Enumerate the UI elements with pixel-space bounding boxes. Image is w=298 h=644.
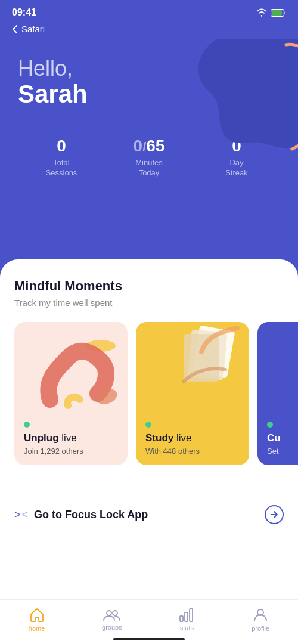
wifi-icon — [256, 8, 267, 17]
svg-point-3 — [94, 386, 119, 407]
cards-row: Unplug live Join 1,292 others Study live… — [14, 322, 284, 471]
stat-total-sessions: 0 Total Sessions — [18, 132, 105, 184]
nav-back[interactable]: Safari — [0, 21, 298, 39]
card-custom[interactable]: Cu Set — [257, 322, 298, 465]
battery-icon — [271, 9, 286, 17]
stat-minutes-today-value: 0/65 — [105, 138, 193, 154]
section-title: Mindful Moments — [14, 278, 284, 294]
profile-icon — [253, 607, 268, 623]
card-unplug[interactable]: Unplug live Join 1,292 others — [14, 322, 128, 465]
stat-day-streak-value: 0 — [193, 138, 280, 154]
nav-stats-label: stats — [180, 624, 194, 631]
greeting-text: Hello, — [18, 57, 280, 80]
focus-arrows-icon: >< — [14, 509, 28, 521]
status-bar: 09:41 — [0, 0, 298, 21]
svg-rect-11 — [190, 609, 193, 621]
nav-profile-label: profile — [252, 625, 269, 632]
card-study[interactable]: Study live With 448 others — [136, 322, 249, 465]
unplug-illustration — [14, 322, 128, 417]
bottom-nav: home groups stats profile — [0, 599, 298, 644]
study-illustration — [136, 322, 249, 417]
svg-point-7 — [107, 611, 111, 615]
focus-lock-section[interactable]: >< Go to Focus Lock App — [14, 493, 284, 536]
custom-dot — [267, 422, 273, 428]
svg-rect-9 — [180, 616, 183, 621]
back-label: Safari — [21, 24, 45, 34]
status-time: 09:41 — [12, 7, 36, 18]
svg-rect-4 — [192, 325, 235, 378]
focus-lock-action-icon[interactable] — [265, 505, 284, 524]
username-text: Sarah — [18, 80, 280, 108]
hero-section: Hello, Sarah 0 Total Sessions 0/65 Minut… — [0, 39, 298, 277]
stat-day-streak: 0 Day Streak — [193, 132, 280, 184]
stat-minutes-today: 0/65 Minutes Today — [105, 132, 193, 184]
svg-rect-1 — [272, 10, 282, 16]
nav-groups-label: groups — [102, 624, 122, 631]
stat-total-sessions-label: Total Sessions — [18, 158, 105, 178]
nav-item-groups[interactable]: groups — [102, 608, 122, 631]
nav-item-profile[interactable]: profile — [252, 607, 269, 632]
stats-icon — [179, 608, 194, 622]
stat-day-streak-label: Day Streak — [193, 158, 280, 178]
study-live-dot — [145, 422, 151, 428]
svg-point-2 — [86, 340, 116, 352]
svg-rect-6 — [184, 334, 219, 382]
status-icons — [256, 8, 286, 17]
unplug-live-dot — [24, 422, 30, 428]
study-card-subtitle: With 448 others — [145, 447, 240, 456]
svg-point-8 — [113, 611, 117, 615]
home-icon — [29, 607, 45, 623]
main-content: Mindful Moments Track my time well spent… — [0, 259, 298, 629]
back-chevron-icon — [12, 24, 18, 34]
nav-home-label: home — [29, 625, 45, 632]
unplug-card-subtitle: Join 1,292 others — [24, 447, 118, 456]
home-indicator — [113, 638, 185, 640]
svg-rect-10 — [185, 612, 188, 621]
focus-lock-text: Go to Focus Lock App — [34, 509, 148, 521]
stat-total-sessions-value: 0 — [18, 138, 105, 154]
section-subtitle: Track my time well spent — [14, 298, 284, 308]
unplug-card-title: Unplug live — [24, 432, 118, 444]
nav-item-stats[interactable]: stats — [179, 608, 194, 631]
groups-icon — [103, 608, 121, 621]
custom-card-subtitle: Set — [267, 447, 298, 456]
study-card-title: Study live — [145, 432, 240, 444]
stats-row: 0 Total Sessions 0/65 Minutes Today 0 Da… — [18, 132, 280, 184]
custom-card-title: Cu — [267, 432, 298, 444]
arrow-right-icon — [270, 510, 278, 519]
svg-rect-5 — [188, 330, 228, 380]
nav-item-home[interactable]: home — [29, 607, 45, 632]
stat-minutes-today-label: Minutes Today — [105, 158, 193, 178]
